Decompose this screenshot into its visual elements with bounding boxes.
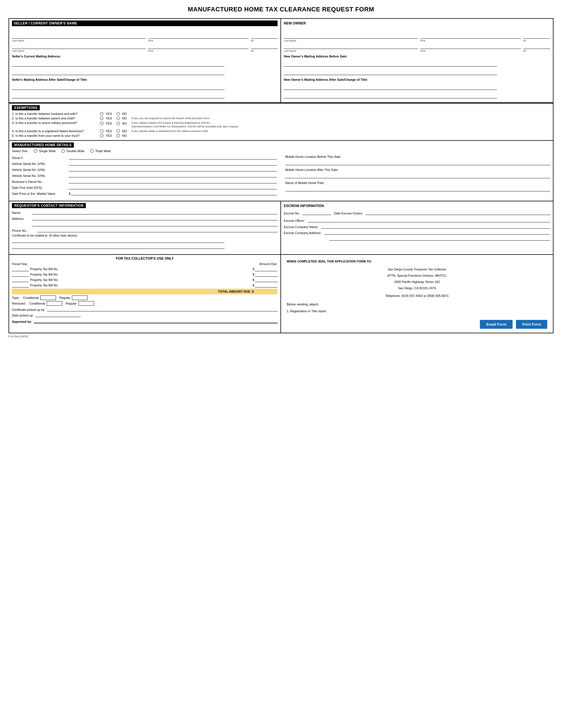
exemption-q4-yes[interactable]: YES [100,129,112,133]
req-cert-label: Certificate to be mailed to: (if other t… [12,234,77,237]
exemption-q1: 1. Is this a transfer between husband an… [12,112,100,115]
exemption-q4-note: If yes, please obtain a statement from t… [132,129,550,133]
seller-header: SELLER / CURRENT OWNER'S NAME [12,20,278,26]
date-first-sold-label: Date First Sold (DFS): [12,186,69,189]
exemption-q3: 3. Is this a transfer to active military… [12,121,100,125]
sale-price-input[interactable] [71,191,277,195]
prop-row2-label: Property Tax Bill No. [30,273,58,276]
mail-line1: San Diego County Treasurer-Tax Collector [287,267,547,272]
requestor-header: REQUESTOR'S CONTACT INFORMATION [12,203,86,208]
escrow-officer-label: Escrow Officer: [284,219,305,222]
exemptions-header: EXEMPTIONS [12,105,40,110]
approved-label: Approved by: [12,320,32,323]
type-regular-box[interactable] [72,295,88,300]
seller-mailing-label: Seller's Current Mailing Address: [12,55,278,58]
escrow-no-label: Escrow No. [284,212,300,215]
seller-last-name-label: Last Name [12,39,146,42]
decal-label: Decal #: [12,156,69,160]
exemption-q5-yes[interactable]: YES [100,134,112,137]
page-title: MANUFACTURED HOME TAX CLEARANCE REQUEST … [9,6,553,13]
seller-mi-label: MI [251,39,278,42]
email-form-button[interactable]: Email Form [480,320,513,329]
single-wide-option[interactable]: Single Wide [34,149,56,153]
total-label: TOTAL AMOUNT DUE: $ [12,290,255,293]
print-form-button[interactable]: Print Form [516,320,547,329]
type-conditional-box[interactable] [40,295,56,300]
mail-line2: ATTN: Special Functions Division, MHTCC [287,273,547,279]
before-sending-label: Before sending, attach: [287,302,547,307]
type-label: Type: [12,296,20,299]
req-phone-input[interactable] [38,228,278,232]
seller-mi2-label: MI [251,49,278,52]
date-pickup-label: Date picked up: [12,314,34,317]
seller-first2-label: First [148,49,248,52]
exemption-q3-no[interactable]: NO [117,122,127,125]
when-completed-label: WHEN COMPLETED, MAIL THIS APPLICATION FO… [287,259,547,264]
reissued-regular-box[interactable] [78,301,94,306]
new-mailing-label: New Owner's Mailing Address Before Sale: [284,55,550,58]
mail-phone: Telephone: (619) 557-4002 or (858) 505-6… [287,293,547,299]
conditional-label: Conditional [23,296,39,299]
exemption-q5: 5. Is this a transfer from your name to … [12,134,100,137]
date-first-sold-input[interactable] [69,185,277,189]
escrow-company-addr-label: Escrow Company Address: [284,231,321,235]
exemption-q2-yes[interactable]: YES [100,117,112,120]
attach1-label: 1. Registration or Title report. [287,309,547,314]
dollar-sign: $ [69,192,71,195]
exemption-q5-no[interactable]: NO [117,134,127,137]
reissued-label: Reissued: [12,302,26,305]
loc-after-label: Mobile Home Location After This Sale: [285,168,338,171]
escrow-company-name-label: Escrow Company Name: [284,225,318,229]
req-phone-label: Phone No.: [12,229,38,232]
loc-before-label: Mobile Home Location Before This Sale: [285,155,341,158]
exemption-q2-note: If yes, you are required to submit the P… [132,117,550,120]
exemption-q1-no[interactable]: NO [117,112,127,115]
park-name-label: Name of Mobile Home Park: [285,181,324,185]
exemption-q4: 4. Is this a transfer to a registered Na… [12,129,100,133]
mhd-header: MANUFACTURED HOME DETAILS [12,142,74,148]
decal-input[interactable] [69,155,277,160]
req-address-label: Address: [12,217,32,220]
conditional2-label: Conditional [29,302,45,305]
vin2-label: Vehicle Serial No. (VIN): [12,168,69,171]
req-name-input[interactable] [32,210,278,214]
double-wide-option[interactable]: Double Wide [61,149,84,153]
new-last-name-label: Last Name [284,39,418,42]
vin1-label: Vehicle Serial No. (VIN): [12,162,69,166]
exemption-q3-yes[interactable]: YES [100,122,112,125]
seller-last-name2-label: Last Name [12,49,146,52]
fiscal-year-label: Fiscal Year [12,262,27,266]
vin2-input[interactable] [69,167,277,171]
vin3-input[interactable] [69,173,277,177]
new-last-name2-label: Last Name [284,49,418,52]
exemption-q1-yes[interactable]: YES [100,112,112,115]
exemption-q2-no[interactable]: NO [117,117,127,120]
amount-due-label: Amount Due: [260,262,278,266]
req-address-input[interactable] [32,216,278,220]
reissued-conditional-box[interactable] [47,301,62,306]
req-name-label: Name: [12,211,32,214]
mail-line4: San Diego, CA 92101-2474 [287,286,547,291]
sale-price-label: Sale Price or Est. Market Value: [12,192,69,195]
seller-after-sale-label: Seller's Mailing Address After Sale/Chan… [12,78,278,81]
date-closes-label: Date Escrow Closes: [334,212,363,215]
footer-text: P-91 Rev (10/15) [9,335,553,338]
exemption-q4-no[interactable]: NO [117,129,127,133]
vin3-label: Vehicle Serial No. (VIN): [12,174,69,177]
exemption-q2: 2. Is this a transfer between parent and… [12,117,100,120]
prop-row1-label: Property Tax Bill No. [30,267,58,271]
cert-pickup-label: Certificate picked up by: [12,308,45,311]
prop-row3-label: Property Tax Bill No. [30,278,58,282]
escrow-header: ESCROW INFORMATION [284,203,550,209]
regular-label: Regular [59,296,71,299]
triple-wide-option[interactable]: Triple Wide [90,149,111,153]
new-first2-label: First [420,49,521,52]
prop-row4-label: Property Tax Bill No. [30,284,58,287]
new-mi-label: MI [523,39,550,42]
regular2-label: Regular [66,302,77,305]
vin1-input[interactable] [69,161,277,166]
new-owner-header: NEW OWNER [284,20,550,26]
select-one-label: Select One: [12,149,28,153]
parcel-input[interactable] [69,179,277,183]
exemption-q3-note: If yes, please submit LES (Leave & Earni… [132,121,550,128]
